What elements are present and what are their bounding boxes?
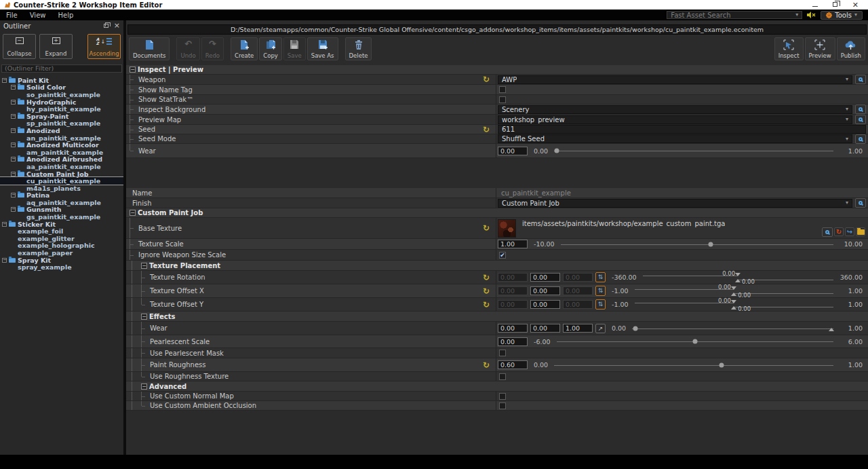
inspect-background-dropdown[interactable]: Scenery▾ [498,105,852,114]
tree-item-m4a1s-planets[interactable]: m4a1s_planets [0,185,123,192]
tree-folder-custom-paint-job[interactable]: −Custom Paint Job [0,170,123,178]
tools-button[interactable]: Tools ▾ [821,11,863,20]
magnifier-button[interactable] [855,115,866,124]
tree-item-so-paintkit-example[interactable]: so_paintkit_example [0,91,123,98]
tree-item-cu-paintkit-example[interactable]: cu_paintkit_example [0,177,123,185]
texture-offset-y-range-slider[interactable]: 0.000.00 [635,298,833,312]
tree-expander-icon[interactable]: − [2,222,7,227]
refresh-icon[interactable]: ↻ [483,301,490,308]
tree-expander-icon[interactable]: − [2,258,7,263]
wear-slider[interactable] [554,146,833,155]
tree-expander-icon[interactable]: − [11,114,16,119]
tree-item-aq-paintkit-example[interactable]: aq_paintkit_example [0,199,123,206]
texture-scale-value-input[interactable]: 1.00 [498,240,528,248]
tree-folder-sticker-kit[interactable]: −Sticker Kit [0,221,123,228]
refresh-icon[interactable]: ↻ [483,288,490,295]
tree-item-example-holographic[interactable]: example_holographic [0,242,123,250]
texture-offset-y-value-input[interactable]: 0.00 [530,300,560,309]
tree-item-hy-paintkit-example[interactable]: hy_paintkit_example [0,105,123,113]
range-handle-min[interactable] [731,286,736,290]
restore-button[interactable] [833,2,837,8]
save-as-button[interactable]: Save As [307,37,338,60]
texture-offset-y-value-input[interactable]: 0.00 [563,300,593,309]
paint-roughness-slider[interactable] [554,360,833,370]
tree-folder-anodized-multicolor[interactable]: −Anodized Multicolor [0,141,123,149]
expand-vector-button[interactable]: ⇅ [595,299,606,309]
reload-texture-icon[interactable]: ↻ [834,227,844,236]
refresh-icon[interactable]: ↻ [483,225,490,231]
texture-path-input[interactable]: items/assets/paintkits/workshop/example_… [519,220,865,227]
tree-item-am-paintkit-example[interactable]: am_paintkit_example [0,149,123,156]
slider-handle[interactable] [719,362,724,367]
inspect-button[interactable]: Inspect [774,37,804,60]
pearlescent-scale-slider[interactable] [557,337,833,346]
slider-handle[interactable] [555,149,559,153]
refresh-icon[interactable]: ↻ [483,274,490,281]
menu-view[interactable]: View [24,12,52,19]
collapse-section-icon[interactable]: − [141,383,147,390]
ignore-weapon-size-scale-checkbox[interactable]: ✔ [499,252,506,259]
use-pearlescent-mask-checkbox[interactable] [499,350,506,356]
pearlescent-scale-value-input[interactable]: 0.00 [498,337,528,346]
tree-folder-anodized-airbrushed[interactable]: −Anodized Airbrushed [0,156,123,164]
refresh-icon[interactable]: ↻ [483,126,490,133]
slider-handle[interactable] [692,339,697,344]
minimize-button[interactable] [812,2,818,8]
texture-offset-x-range-slider[interactable]: 0.000.00 [635,284,833,298]
tree-folder-paint-kit[interactable]: −Paint Kit [0,77,123,84]
show-stattrak-checkbox[interactable] [499,96,506,103]
range-handle-min[interactable] [735,273,741,276]
expand-vector-button[interactable]: ⇅ [595,286,606,296]
wear-value-input[interactable]: 0.00 [530,324,560,333]
tree-expander-icon[interactable]: − [11,157,16,162]
tree-item-example-foil[interactable]: example_foil [0,227,123,235]
magnifier-button[interactable] [855,105,866,114]
use-roughness-texture-checkbox[interactable] [499,373,506,380]
remap-button[interactable]: ↗ [595,324,606,333]
redo-button[interactable]: ↷ Redo [201,37,224,60]
tree-expander-icon[interactable]: − [11,85,16,90]
texture-rotation-value-input[interactable]: 0.00 [498,273,528,282]
preview-map-dropdown[interactable]: workshop_preview▾ [498,115,852,124]
preview-button[interactable]: Preview [805,37,835,60]
tree-expander-icon[interactable]: − [11,172,16,176]
documents-button[interactable]: Documents [129,37,170,60]
ascending-sort-button[interactable]: AZ↓ Ascending [87,34,121,59]
slider-handle[interactable] [633,326,637,331]
texture-scale-slider[interactable] [561,240,833,249]
expand-button[interactable]: + Expand [39,34,73,59]
paint-roughness-value-input[interactable]: 0.60 [498,360,528,369]
magnifier-button[interactable] [855,75,866,84]
texture-rotation-value-input[interactable]: 0.00 [563,273,593,282]
use-custom-normal-map-checkbox[interactable] [499,393,506,400]
magnifier-button[interactable] [822,227,833,237]
save-button[interactable]: Save [283,37,306,60]
show-name-tag-checkbox[interactable] [499,86,506,93]
tree-item-example-paper[interactable]: example_paper [0,249,123,257]
tree-folder-anodized[interactable]: −Anodized [0,127,123,134]
tree-item-spray-example[interactable]: spray_example [0,263,123,271]
collapse-section-icon[interactable]: − [130,210,136,216]
close-button[interactable]: ✕ [852,2,859,8]
wear-value-input[interactable]: 0.00 [498,147,528,155]
texture-rotation-range-slider[interactable]: 0.000.00 [643,271,833,284]
tree-folder-hydrographic[interactable]: −HydroGraphic [0,98,123,106]
tree-item-gs-paintkit-example[interactable]: gs_paintkit_example [0,213,123,221]
tree-folder-gunsmith[interactable]: −Gunsmith [0,206,123,214]
tree-item-example-glitter[interactable]: example_glitter [0,235,123,242]
texture-rotation-value-input[interactable]: 0.00 [530,273,560,282]
collapse-button[interactable]: − Collapse [3,34,36,59]
close-panel-icon[interactable]: × [114,22,120,29]
use-custom-ambient-occlusion-checkbox[interactable] [499,402,506,409]
fast-asset-search-input[interactable]: Fast Asset Search ▾ [667,11,802,19]
tree-folder-spray-paint[interactable]: −Spray-Paint [0,113,123,120]
tree-expander-icon[interactable]: − [11,193,16,198]
range-handle-max[interactable] [731,293,736,296]
range-handle-max[interactable] [731,306,736,309]
wear-value-input[interactable]: 1.00 [563,324,593,333]
slider-handle[interactable] [708,242,713,246]
tree-expander-icon[interactable]: − [11,143,16,147]
collapse-section-icon[interactable]: − [141,314,147,320]
refresh-icon[interactable]: ↻ [483,76,490,83]
browse-folder-button[interactable] [856,227,865,236]
